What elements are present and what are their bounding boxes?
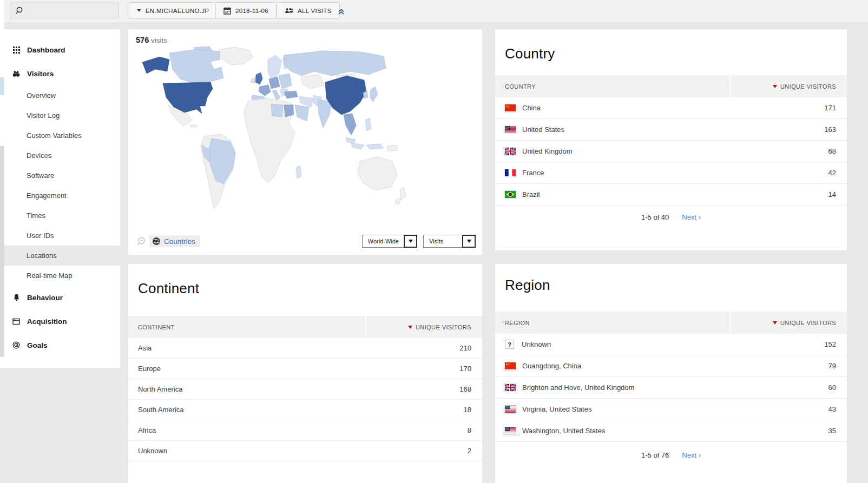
row-label[interactable]: Brazil — [522, 190, 741, 199]
next-page-link[interactable]: Next › — [682, 213, 701, 221]
map-country-new-zealand[interactable] — [395, 198, 401, 204]
segment-selector-button[interactable]: ALL VISITS — [277, 2, 340, 19]
map-country-malaysia[interactable] — [346, 137, 356, 144]
table-row[interactable]: Virginia, United States 43 — [495, 399, 847, 420]
column-header-unique-visitors[interactable]: UNIQUE VISITORS — [730, 75, 836, 97]
sidebar-item-software[interactable]: Software — [4, 166, 120, 186]
select-arrow-button[interactable] — [404, 235, 417, 248]
map-country-russia[interactable] — [284, 51, 386, 76]
map-region-eastern-europe[interactable] — [279, 74, 292, 89]
sidebar-item-dashboard[interactable]: Dashboard — [4, 38, 120, 62]
table-row[interactable]: Europe 170 — [128, 359, 482, 379]
map-country-saudi-arabia[interactable] — [295, 105, 309, 121]
row-label[interactable]: Brighton and Hove, United Kingdom — [522, 383, 741, 392]
sidebar-item-custom-variables[interactable]: Custom Variables — [4, 125, 120, 145]
next-page-link[interactable]: Next › — [682, 451, 701, 459]
table-row[interactable]: United States 163 — [495, 119, 847, 141]
column-header-unique-visitors[interactable]: UNIQUE VISITORS — [365, 316, 471, 338]
column-header-unique-visitors[interactable]: UNIQUE VISITORS — [730, 312, 836, 334]
map-country-india[interactable] — [318, 100, 332, 128]
table-row[interactable]: Africa 8 — [128, 420, 482, 441]
sidebar-item-user-ids[interactable]: User IDs — [4, 226, 120, 246]
row-label[interactable]: United Kingdom — [522, 147, 741, 155]
map-country-greenland[interactable] — [219, 47, 253, 65]
sidebar-item-visitor-log[interactable]: Visitor Log — [4, 105, 120, 125]
select-arrow-button[interactable] — [462, 235, 476, 248]
map-country-alaska[interactable] — [142, 57, 169, 74]
map-country-libya[interactable] — [271, 104, 283, 117]
row-label[interactable]: China — [522, 104, 741, 112]
pagination-range: 1-5 of 76 — [641, 451, 669, 459]
date-picker-button[interactable]: 2018-11-06 — [215, 2, 277, 19]
map-country-madagascar[interactable] — [296, 166, 301, 178]
sidebar-item-acquisition[interactable]: Acquisition — [4, 309, 120, 333]
row-label[interactable]: South America — [138, 406, 376, 414]
row-label[interactable]: Virginia, United States — [522, 405, 741, 413]
sidebar-item-locations[interactable]: Locations — [4, 246, 120, 266]
map-country-philippines[interactable] — [365, 118, 371, 131]
table-row[interactable]: Brazil 14 — [495, 184, 847, 206]
sidebar-item-times[interactable]: Times — [4, 206, 120, 226]
table-row[interactable]: Brighton and Hove, United Kingdom 60 — [495, 377, 847, 399]
map-country-canada[interactable] — [169, 49, 223, 83]
table-row[interactable]: Asia 210 — [128, 338, 482, 359]
column-header-country[interactable]: COUNTRY — [505, 83, 730, 90]
map-country-china[interactable] — [325, 76, 366, 115]
row-label[interactable]: France — [522, 169, 741, 177]
sidebar-item-engagement[interactable]: Engagement — [4, 186, 120, 206]
map-region-central-europe[interactable] — [269, 77, 280, 89]
table-row[interactable]: United Kingdom 68 — [495, 141, 847, 162]
table-row[interactable]: ? Unknown 152 — [495, 334, 847, 355]
brazil-flag-icon — [505, 191, 516, 199]
search-input[interactable] — [24, 3, 119, 18]
table-row[interactable]: South America 18 — [128, 400, 482, 420]
table-row[interactable]: Washington, United States 35 — [495, 420, 847, 442]
sidebar-item-visitors[interactable]: Visitors — [4, 62, 120, 85]
row-label[interactable]: Guangdong, China — [522, 362, 741, 370]
map-country-united-kingdom[interactable] — [255, 72, 262, 84]
search-box[interactable] — [10, 3, 119, 18]
table-row[interactable]: North America 168 — [128, 379, 482, 400]
map-country-egypt[interactable] — [284, 105, 294, 117]
map-country-papua[interactable] — [387, 145, 398, 151]
map-metric-select[interactable]: Visits — [423, 235, 476, 248]
world-map[interactable] — [128, 45, 482, 222]
sidebar-item-behaviour[interactable]: Behaviour — [4, 286, 120, 309]
row-label[interactable]: Africa — [138, 426, 376, 434]
table-row[interactable]: France 42 — [495, 162, 847, 184]
map-country-france[interactable] — [259, 85, 271, 96]
column-header-region[interactable]: REGION — [505, 320, 730, 326]
map-country-japan[interactable] — [370, 87, 378, 102]
sidebar-item-overview[interactable]: Overview — [4, 85, 120, 105]
country-pagination: 1-5 of 40 Next › — [495, 206, 847, 228]
site-selector-button[interactable]: EN.MICHAELUNO.JP — [129, 2, 217, 19]
map-country-cuba[interactable] — [190, 124, 198, 128]
map-region-southeast-asia[interactable] — [344, 114, 356, 135]
map-region-select[interactable]: World-Wide — [362, 235, 417, 248]
row-label[interactable]: Asia — [138, 344, 376, 352]
sidebar-item-goals[interactable]: Goals — [4, 333, 120, 357]
table-row[interactable]: China 171 — [495, 97, 847, 119]
map-country-indonesia[interactable] — [351, 143, 364, 149]
map-country-italy[interactable] — [272, 90, 280, 100]
collapse-toolbar-button[interactable] — [334, 5, 347, 18]
map-scope-countries-link[interactable]: Countries — [149, 235, 200, 247]
map-country-iran[interactable] — [299, 96, 313, 107]
row-label[interactable]: United States — [522, 125, 741, 134]
row-label[interactable]: Europe — [138, 365, 376, 373]
row-label[interactable]: North America — [138, 385, 376, 393]
table-row[interactable]: Unknown 2 — [128, 441, 482, 461]
sidebar-item-devices[interactable]: Devices — [4, 145, 120, 166]
map-country-turkey[interactable] — [284, 91, 298, 98]
row-label[interactable]: Unknown — [522, 340, 741, 348]
column-header-continent[interactable]: CONTINENT — [138, 324, 365, 330]
map-country-indonesia[interactable] — [366, 144, 384, 149]
sidebar-item-realtime-map[interactable]: Real-time Map — [4, 266, 120, 286]
zoom-out-icon[interactable] — [136, 236, 146, 247]
map-country-kazakhstan[interactable] — [301, 75, 324, 89]
map-country-australia[interactable] — [358, 157, 397, 190]
row-label[interactable]: Unknown — [138, 447, 376, 455]
map-country-ireland[interactable] — [251, 78, 255, 83]
table-row[interactable]: Guangdong, China 79 — [495, 355, 847, 377]
row-label[interactable]: Washington, United States — [522, 427, 741, 435]
